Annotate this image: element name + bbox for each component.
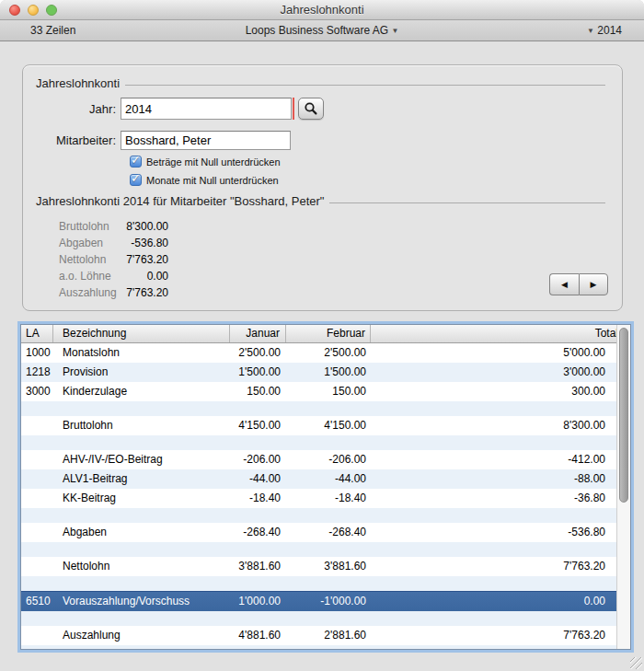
search-button[interactable] — [298, 98, 324, 120]
window-title: Jahreslohnkonti — [0, 0, 644, 20]
previous-record-button[interactable]: ◀ — [549, 273, 579, 295]
summary-row: a.o. Löhne 0.00 — [59, 268, 168, 284]
cell-bez: Vorauszahlung/Vorschuss — [53, 592, 230, 611]
next-record-button[interactable]: ▶ — [579, 273, 608, 295]
cell-bez: AHV-/IV-/EO-Beitrag — [53, 450, 230, 469]
checkmark-icon: ✓ — [131, 153, 141, 167]
section-header: Jahreslohnkonti 2014 für Mitarbeiter "Bo… — [36, 194, 605, 208]
summary-label: a.o. Löhne — [59, 270, 116, 283]
summary-value: -536.80 — [116, 237, 168, 249]
suppress-months-checkbox[interactable]: ✓ — [130, 174, 142, 186]
cell-jan: -44.00 — [230, 469, 286, 489]
table-row[interactable]: 1000Monatslohn2'500.002'500.005'000.00 — [21, 343, 616, 363]
year-menu-label: 2014 — [597, 24, 622, 37]
year-menu[interactable]: ▼ 2014 — [587, 20, 622, 42]
section-title: Jahreslohnkonti 2014 für Mitarbeiter "Bo… — [36, 194, 324, 208]
cell-jan: -18.40 — [230, 489, 286, 508]
cell-jan: 4'150.00 — [230, 416, 286, 435]
cell-feb: -18.40 — [286, 489, 371, 508]
cell-jan: -268.40 — [230, 523, 286, 542]
column-header-la: LA — [21, 325, 53, 342]
cell-feb: -44.00 — [286, 469, 371, 489]
form-panel: Jahreslohnkonti Jahr: Mitarbeiter: ✓ Bet… — [22, 64, 623, 311]
cell-la — [21, 489, 53, 508]
cell-bez: Auszahlung — [53, 626, 230, 645]
column-header-bezeichnung: Bezeichnung — [53, 325, 230, 342]
record-navigation: ◀ ▶ — [549, 273, 608, 295]
cell-feb: -1'000.00 — [286, 592, 371, 611]
search-icon — [304, 101, 318, 116]
company-menu[interactable]: Loops Business Software AG ▼ — [0, 20, 644, 42]
cell-total: -88.00 — [371, 469, 616, 489]
cell-la — [21, 523, 53, 542]
table-row[interactable]: 3000Kinderzulage150.00150.00300.00 — [21, 382, 616, 401]
cell-bez: Nettolohn — [53, 557, 230, 576]
cell-jan: 4'881.60 — [230, 626, 286, 645]
table-row-blank[interactable] — [21, 508, 616, 523]
cell-jan: 2'500.00 — [230, 343, 286, 363]
cell-bez: KK-Beitrag — [53, 489, 230, 508]
employee-label: Mitarbeiter: — [23, 133, 116, 147]
cell-la — [21, 626, 53, 645]
table-row[interactable]: Nettolohn3'881.603'881.607'763.20 — [21, 557, 616, 576]
cell-feb: 3'881.60 — [286, 557, 371, 576]
group-title: Jahreslohnkonti — [36, 76, 120, 90]
table-row-blank[interactable] — [21, 576, 616, 591]
summary-value: 0.00 — [116, 270, 168, 283]
suppress-amounts-checkbox[interactable]: ✓ — [130, 156, 142, 168]
table-header: LA Bezeichnung Januar Februar Total — [21, 325, 630, 343]
table-row[interactable]: AHV-/IV-/EO-Beitrag-206.00-206.00-412.00 — [21, 450, 616, 469]
cell-la — [21, 450, 53, 469]
table-row-selected[interactable]: 6510Vorauszahlung/Vorschuss1'000.00-1'00… — [21, 591, 616, 611]
year-label: Jahr: — [23, 102, 116, 116]
column-header-total: Total — [371, 325, 630, 342]
employee-input[interactable] — [121, 131, 291, 150]
cell-jan: 150.00 — [230, 382, 286, 401]
suppress-months-option[interactable]: ✓ Monate mit Null unterdrücken — [130, 174, 279, 186]
table-row[interactable]: Auszahlung4'881.602'881.607'763.20 — [21, 626, 616, 645]
table-row-blank[interactable] — [21, 542, 616, 557]
cell-total: 0.00 — [371, 592, 616, 611]
table-row-blank[interactable] — [21, 645, 616, 649]
table-row-blank[interactable] — [21, 435, 616, 450]
year-input[interactable] — [121, 98, 292, 120]
scrollbar-thumb[interactable] — [619, 328, 628, 503]
table-row[interactable]: 1218Provision1'500.001'500.003'000.00 — [21, 363, 616, 382]
table-row[interactable]: Bruttolohn4'150.004'150.008'300.00 — [21, 416, 616, 435]
summary-row: Bruttolohn 8'300.00 — [59, 218, 168, 235]
table-row-blank[interactable] — [21, 401, 616, 416]
resize-grip-icon[interactable] — [630, 657, 642, 669]
table-row-blank[interactable] — [21, 611, 616, 626]
arrow-left-icon: ◀ — [561, 280, 568, 289]
status-toolbar: 33 Zeilen Loops Business Software AG ▼ ▼… — [0, 20, 644, 41]
summary-value: 7'763.20 — [116, 286, 168, 299]
cell-feb: 4'150.00 — [286, 416, 371, 435]
title-bar[interactable]: Jahreslohnkonti — [0, 0, 644, 20]
cell-feb: 150.00 — [286, 382, 371, 401]
employee-row: Mitarbeiter: — [23, 131, 291, 150]
company-menu-label: Loops Business Software AG — [246, 24, 388, 37]
cell-la — [21, 469, 53, 489]
table-row[interactable]: KK-Beitrag-18.40-18.40-36.80 — [21, 489, 616, 508]
summary-label: Nettolohn — [59, 253, 116, 266]
salary-table: LA Bezeichnung Januar Februar Total 1000… — [20, 324, 631, 650]
cell-jan: 3'881.60 — [230, 557, 286, 576]
table-row[interactable]: Abgaben-268.40-268.40-536.80 — [21, 523, 616, 542]
cell-feb: 1'500.00 — [286, 363, 371, 382]
cell-total: 8'300.00 — [371, 416, 616, 435]
summary-block: Bruttolohn 8'300.00 Abgaben -536.80 Nett… — [59, 218, 168, 301]
year-row: Jahr: — [23, 98, 324, 120]
summary-label: Bruttolohn — [59, 220, 116, 233]
cell-bez: Bruttolohn — [53, 416, 230, 435]
cell-bez: Monatslohn — [53, 343, 230, 363]
suppress-amounts-option[interactable]: ✓ Beträge mit Null unterdrücken — [130, 156, 281, 168]
vertical-scrollbar[interactable] — [616, 325, 630, 649]
column-header-januar: Januar — [230, 325, 286, 342]
cell-total: 300.00 — [371, 382, 616, 401]
summary-row: Nettolohn 7'763.20 — [59, 251, 168, 268]
cell-la: 1218 — [21, 363, 53, 382]
cell-total: -536.80 — [371, 523, 616, 542]
table-row[interactable]: ALV1-Beitrag-44.00-44.00-88.00 — [21, 469, 616, 489]
cell-feb: 2'500.00 — [286, 343, 371, 363]
summary-value: 8'300.00 — [116, 220, 168, 233]
